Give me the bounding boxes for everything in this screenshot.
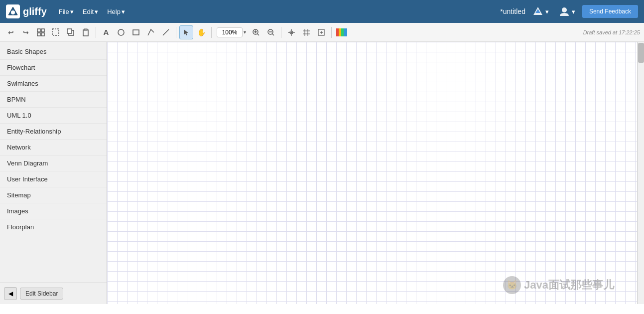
svg-rect-36 bbox=[339, 28, 341, 36]
logo-text: gliffy bbox=[23, 6, 47, 17]
line-tool-button[interactable] bbox=[159, 25, 173, 39]
sidebar-item-floorplan[interactable]: Floorplan bbox=[0, 219, 107, 235]
collapse-sidebar-button[interactable]: ◀ bbox=[4, 287, 17, 300]
redo-button[interactable]: ↪ bbox=[19, 25, 33, 39]
svg-rect-5 bbox=[37, 29, 40, 32]
sidebar-item-network[interactable]: Network bbox=[0, 140, 107, 156]
svg-rect-38 bbox=[344, 28, 347, 36]
app-header: gliffy File ▾ Edit ▾ Help ▾ *untitled ▾ bbox=[0, 0, 644, 23]
zoom-display[interactable]: 100% bbox=[217, 27, 243, 37]
edit-menu-arrow: ▾ bbox=[95, 8, 98, 15]
canvas-area[interactable]: 🐱 Java面试那些事儿 bbox=[107, 42, 644, 304]
draft-saved-status: Draft saved at 17:22:25 bbox=[583, 29, 640, 35]
svg-marker-17 bbox=[184, 29, 188, 35]
header-right: ▾ ▾ Send Feedback bbox=[529, 4, 638, 19]
sidebar-item-bpmn[interactable]: BPMN bbox=[0, 92, 107, 108]
select-tool-button[interactable] bbox=[179, 25, 193, 39]
logo-icon bbox=[6, 4, 20, 18]
toolbar: ↩ ↪ A ✋ 100% ▾ bbox=[0, 23, 644, 42]
edit-menu[interactable]: Edit ▾ bbox=[79, 6, 102, 17]
svg-rect-13 bbox=[84, 29, 87, 30]
user-button[interactable]: ▾ bbox=[556, 4, 578, 19]
color-button[interactable] bbox=[335, 25, 349, 39]
separator-4 bbox=[281, 27, 281, 38]
sidebar-item-uml[interactable]: UML 1.0 bbox=[0, 108, 107, 124]
zoom-out-button[interactable] bbox=[264, 25, 278, 39]
fit-button[interactable] bbox=[314, 25, 328, 39]
text-tool-button[interactable]: A bbox=[99, 25, 113, 39]
sidebar-item-images[interactable]: Images bbox=[0, 203, 107, 219]
undo-button[interactable]: ↩ bbox=[4, 25, 18, 39]
canvas-grid bbox=[107, 42, 644, 304]
crosshair-button[interactable] bbox=[284, 25, 298, 39]
svg-rect-11 bbox=[67, 29, 72, 33]
header-menu: File ▾ Edit ▾ Help ▾ bbox=[55, 6, 129, 17]
scrollbar-vertical[interactable] bbox=[637, 42, 644, 304]
drive-arrow: ▾ bbox=[545, 8, 549, 15]
zoom-arrow: ▾ bbox=[244, 29, 246, 35]
svg-rect-6 bbox=[41, 29, 44, 32]
document-title: *untitled bbox=[500, 7, 525, 15]
sidebar-item-flowchart[interactable]: Flowchart bbox=[0, 60, 107, 76]
sidebar-item-user-interface[interactable]: User Interface bbox=[0, 171, 107, 187]
zoom-in-button[interactable] bbox=[249, 25, 263, 39]
separator-2 bbox=[176, 27, 176, 38]
logo: gliffy bbox=[6, 4, 47, 18]
send-feedback-button[interactable]: Send Feedback bbox=[582, 5, 638, 18]
sidebar-item-basic-shapes[interactable]: Basic Shapes bbox=[0, 44, 107, 60]
file-menu-arrow: ▾ bbox=[70, 8, 74, 15]
sidebar-footer: ◀ Edit Sidebar bbox=[0, 283, 107, 304]
svg-rect-9 bbox=[52, 29, 59, 35]
svg-line-21 bbox=[258, 34, 259, 35]
separator-5 bbox=[331, 27, 332, 38]
sidebar-item-swimlanes[interactable]: Swimlanes bbox=[0, 76, 107, 92]
select-all-button[interactable] bbox=[34, 25, 48, 39]
main-layout: Basic Shapes Flowchart Swimlanes BPMN UM… bbox=[0, 42, 644, 304]
svg-point-1 bbox=[11, 10, 15, 14]
edit-sidebar-button[interactable]: Edit Sidebar bbox=[20, 288, 63, 300]
svg-line-24 bbox=[272, 34, 274, 35]
file-menu[interactable]: File ▾ bbox=[55, 6, 78, 17]
svg-rect-7 bbox=[37, 33, 40, 36]
sidebar: Basic Shapes Flowchart Swimlanes BPMN UM… bbox=[0, 42, 107, 304]
svg-rect-15 bbox=[133, 30, 139, 35]
pan-tool-button[interactable]: ✋ bbox=[194, 25, 208, 39]
drive-button[interactable]: ▾ bbox=[529, 4, 552, 19]
zoom-controls: 100% ▾ bbox=[217, 27, 246, 37]
separator-3 bbox=[211, 27, 212, 38]
sidebar-list: Basic Shapes Flowchart Swimlanes BPMN UM… bbox=[0, 42, 107, 283]
svg-rect-12 bbox=[83, 30, 88, 36]
help-menu[interactable]: Help ▾ bbox=[103, 6, 129, 17]
svg-rect-8 bbox=[41, 33, 44, 36]
copy-button[interactable] bbox=[64, 25, 78, 39]
circle-tool-button[interactable] bbox=[114, 25, 128, 39]
select-partial-button[interactable] bbox=[49, 25, 63, 39]
separator-1 bbox=[96, 27, 96, 38]
rectangle-tool-button[interactable] bbox=[129, 25, 143, 39]
grid-button[interactable] bbox=[299, 25, 313, 39]
svg-point-4 bbox=[562, 7, 567, 12]
help-menu-arrow: ▾ bbox=[122, 8, 125, 15]
user-arrow: ▾ bbox=[572, 8, 575, 15]
paste-button[interactable] bbox=[79, 25, 93, 39]
scrollbar-thumb[interactable] bbox=[638, 43, 644, 63]
sidebar-item-entity-relationship[interactable]: Entity-Relationship bbox=[0, 124, 107, 140]
sidebar-item-venn-diagram[interactable]: Venn Diagram bbox=[0, 156, 107, 171]
svg-point-14 bbox=[118, 29, 124, 35]
svg-rect-35 bbox=[336, 28, 339, 36]
svg-rect-37 bbox=[341, 28, 344, 36]
sidebar-item-sitemap[interactable]: Sitemap bbox=[0, 187, 107, 203]
svg-line-16 bbox=[163, 29, 169, 35]
connector-tool-button[interactable] bbox=[144, 25, 158, 39]
